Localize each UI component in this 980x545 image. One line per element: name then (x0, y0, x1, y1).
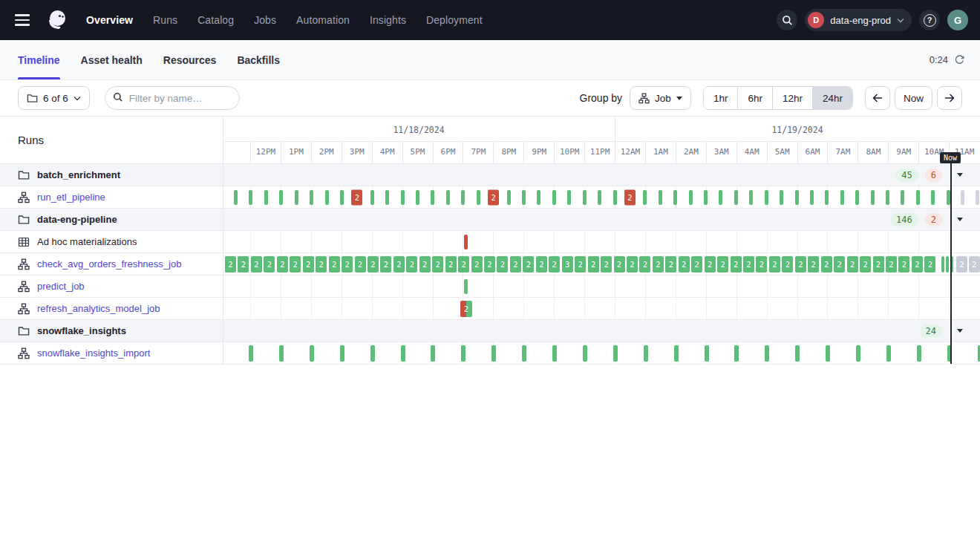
run-mark[interactable]: 2 (238, 256, 249, 272)
run-mark[interactable] (264, 190, 268, 205)
run-mark[interactable]: 2 (860, 256, 871, 272)
run-mark[interactable] (749, 190, 753, 205)
run-mark[interactable] (552, 190, 556, 205)
run-mark[interactable] (947, 190, 950, 205)
run-mark[interactable] (941, 256, 944, 272)
run-mark[interactable]: 2 (588, 256, 599, 272)
code-location-filter-button[interactable]: 6 of 6 (18, 86, 90, 110)
run-mark[interactable] (385, 190, 389, 205)
run-mark[interactable] (886, 190, 889, 205)
run-mark[interactable]: 2 (316, 256, 327, 272)
run-mark[interactable]: 2 (329, 256, 340, 272)
run-mark[interactable]: 2 (290, 256, 301, 272)
menu-icon[interactable] (15, 10, 34, 30)
run-mark[interactable]: 2 (380, 256, 391, 272)
job-link-check-avg-orders-freshness-job[interactable]: check_avg_orders_freshness_job (37, 258, 181, 270)
run-mark[interactable]: 2 (898, 256, 909, 272)
run-mark[interactable] (704, 190, 708, 205)
next-page-button[interactable] (937, 86, 962, 110)
run-mark[interactable] (507, 190, 511, 205)
tab-resources[interactable]: Resources (163, 40, 217, 79)
deployment-switcher[interactable]: D data-eng-prod (805, 9, 912, 31)
run-mark[interactable]: 2 (705, 256, 716, 272)
run-mark[interactable]: 2 (419, 256, 431, 272)
run-mark[interactable] (916, 190, 920, 205)
run-mark[interactable] (464, 235, 468, 249)
refresh-icon[interactable] (954, 54, 965, 65)
run-mark[interactable]: 2 (445, 256, 457, 272)
run-mark[interactable] (840, 190, 844, 205)
run-mark[interactable] (734, 190, 738, 205)
run-mark[interactable] (825, 190, 829, 205)
run-mark[interactable] (871, 190, 875, 205)
run-mark[interactable] (416, 190, 419, 205)
run-mark[interactable] (978, 345, 980, 362)
run-mark[interactable] (340, 345, 344, 362)
run-mark[interactable]: 2 (458, 256, 469, 272)
run-mark[interactable]: 2 (717, 256, 728, 272)
run-mark[interactable]: 2 (769, 256, 780, 272)
run-mark[interactable]: 2 (873, 256, 884, 272)
run-mark[interactable] (491, 345, 496, 362)
run-mark[interactable] (279, 190, 283, 205)
run-mark[interactable] (644, 345, 648, 362)
run-mark[interactable]: 2 (488, 189, 499, 205)
run-mark[interactable]: 2 (277, 256, 288, 272)
run-mark[interactable]: 2 (847, 256, 858, 272)
run-mark[interactable]: 2 (251, 256, 262, 272)
run-mark[interactable] (249, 190, 252, 205)
run-mark[interactable] (249, 345, 253, 362)
run-mark[interactable]: 2 (743, 256, 754, 272)
nav-item-deployment[interactable]: Deployment (426, 14, 483, 26)
range-1hr-button[interactable]: 1hr (704, 87, 738, 109)
run-mark[interactable] (826, 345, 830, 362)
run-mark[interactable]: 2 (886, 256, 897, 272)
run-mark[interactable] (234, 190, 238, 205)
run-mark[interactable] (734, 345, 739, 362)
dagster-logo-icon[interactable] (45, 7, 70, 33)
run-mark[interactable]: 2 (782, 256, 793, 272)
run-mark[interactable] (613, 345, 618, 362)
range-6hr-button[interactable]: 6hr (737, 87, 772, 109)
range-12hr-button[interactable]: 12hr (772, 87, 812, 109)
run-mark[interactable]: 2 (471, 256, 483, 272)
tab-timeline[interactable]: Timeline (18, 40, 60, 79)
run-mark[interactable] (810, 190, 814, 205)
run-mark[interactable] (886, 345, 891, 362)
run-mark[interactable]: 2 (497, 256, 508, 272)
run-mark[interactable]: 2 (969, 256, 980, 272)
run-mark[interactable] (946, 256, 949, 272)
run-mark[interactable] (446, 190, 450, 205)
range-24hr-button[interactable]: 24hr (812, 87, 852, 109)
run-mark[interactable] (310, 190, 313, 205)
run-mark[interactable] (431, 190, 434, 205)
run-mark[interactable] (295, 190, 298, 205)
job-link-predict-job[interactable]: predict_job (37, 281, 85, 292)
run-mark[interactable]: 2 (756, 256, 767, 272)
run-mark[interactable]: 2 (601, 256, 612, 272)
run-mark[interactable]: 2 (303, 256, 314, 272)
run-mark[interactable]: 2 (368, 256, 379, 272)
run-mark[interactable]: 3 (562, 256, 573, 272)
run-mark[interactable] (931, 190, 935, 205)
run-mark[interactable]: 2 (653, 256, 664, 272)
run-mark[interactable]: 2 (351, 189, 362, 205)
run-mark[interactable] (613, 190, 617, 205)
run-mark[interactable] (537, 190, 540, 205)
nav-item-jobs[interactable]: Jobs (254, 14, 276, 26)
run-mark[interactable] (401, 345, 405, 362)
nav-item-overview[interactable]: Overview (86, 14, 133, 26)
collapse-caret-icon[interactable] (952, 167, 968, 183)
help-icon[interactable]: ? (919, 10, 940, 30)
run-mark[interactable] (598, 190, 601, 205)
run-mark[interactable] (855, 190, 859, 205)
run-mark[interactable] (522, 190, 526, 205)
run-mark[interactable]: 2 (731, 256, 742, 272)
run-mark[interactable]: 2 (795, 256, 806, 272)
run-mark[interactable] (961, 190, 964, 205)
run-mark[interactable]: 2 (627, 256, 638, 272)
prev-page-button[interactable] (865, 86, 890, 110)
run-mark[interactable]: 2 (549, 256, 560, 272)
collapse-caret-icon[interactable] (952, 212, 968, 228)
run-mark[interactable]: 2 (808, 256, 819, 272)
